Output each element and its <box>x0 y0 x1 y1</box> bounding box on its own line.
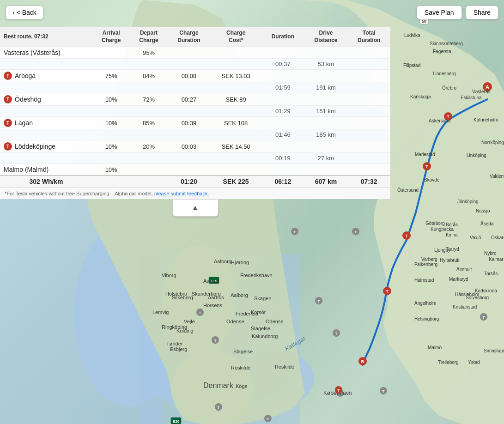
city-drive-distance <box>304 70 348 82</box>
svg-text:Markaryd: Markaryd <box>449 277 468 282</box>
arrival-charge: 10% <box>92 93 130 106</box>
drive-duration: 00:19 <box>261 153 304 164</box>
charge-duration: 00:03 <box>168 140 211 153</box>
table-row: Löddeköpinge 10% 20% 00:03 SEK 14.50 <box>0 140 390 153</box>
tesla-supercharger-icon <box>4 142 12 151</box>
collapse-button[interactable]: ▲ <box>172 199 219 217</box>
city-name: Malmo (Malmö) <box>4 166 49 173</box>
header-duration: Duration <box>261 27 304 47</box>
charge-duration: 00:27 <box>168 93 211 106</box>
svg-text:Halmstad: Halmstad <box>414 278 434 283</box>
city-drive-distance <box>304 117 348 129</box>
drive-distance: 191 km <box>304 82 348 93</box>
save-plan-button[interactable]: Save Plan <box>417 6 462 19</box>
svg-text:Ljungby: Ljungby <box>434 248 450 253</box>
drive-arrival <box>92 106 130 117</box>
svg-text:Fagersta: Fagersta <box>433 49 451 54</box>
header-arrival-charge: ArrivalCharge <box>92 27 130 47</box>
city-drive-distance <box>304 47 348 59</box>
header-charge-duration: ChargeDuration <box>168 27 211 47</box>
panel-subtitle: Best route, 07:32 <box>4 33 49 40</box>
drive-arrival <box>92 153 130 164</box>
totals-empty1 <box>92 176 130 188</box>
arrival-charge: 75% <box>92 70 130 82</box>
table-row: Arboga 75% 84% 00:08 SEK 13.03 <box>0 70 390 82</box>
svg-text:Viborg: Viborg <box>162 273 176 278</box>
city-name: Ödeshög <box>15 96 41 103</box>
city-total-duration <box>347 164 390 176</box>
city-name: Lagan <box>15 119 33 127</box>
city-cell: Arboga <box>0 70 92 82</box>
city-cell: Vasteras (Västerås) <box>0 47 92 59</box>
city-cell: Lagan <box>0 117 92 129</box>
svg-text:Lemvig: Lemvig <box>152 309 169 315</box>
drive-depart <box>130 106 167 117</box>
svg-text:Ringköbing: Ringköbing <box>162 324 187 330</box>
table-header-row: Best route, 07:32 ArrivalCharge DepartCh… <box>0 27 390 47</box>
svg-text:Frederikshavn: Frederikshavn <box>240 273 273 278</box>
drive-charge-cost <box>210 59 261 70</box>
drive-duration: 01:29 <box>261 106 304 117</box>
table-row: 01:59 191 km <box>0 82 390 93</box>
totals-efficiency: 302 Wh/km <box>0 176 92 188</box>
city-duration <box>261 117 304 129</box>
svg-text:Helsingborg: Helsingborg <box>414 316 439 321</box>
svg-text:Kinna: Kinna <box>446 232 458 237</box>
svg-text:Torsås: Torsås <box>484 271 498 276</box>
svg-text:Roskilde: Roskilde <box>275 364 294 369</box>
drive-arrival <box>92 129 130 140</box>
city-duration <box>261 93 304 106</box>
svg-text:Malmö: Malmö <box>428 345 442 350</box>
drive-city-cell <box>0 82 92 93</box>
table-row: 00:19 27 km <box>0 153 390 164</box>
totals-duration: 06:12 <box>261 176 304 188</box>
depart-charge: 84% <box>130 70 167 82</box>
drive-charge-duration <box>168 82 211 93</box>
footer-row: *For Tesla vehicles without free Superch… <box>0 188 390 199</box>
city-name: Arboga <box>15 72 36 79</box>
header-depart-charge: DepartCharge <box>130 27 167 47</box>
svg-text:Göteborg: Göteborg <box>425 221 445 226</box>
drive-depart <box>130 129 167 140</box>
svg-text:Slagelse: Slagelse <box>251 326 270 331</box>
svg-text:Valdemarsviken: Valdemarsviken <box>490 174 504 179</box>
svg-text:Vejle: Vejle <box>184 319 195 324</box>
table-row: Malmo (Malmö) 10% <box>0 164 390 176</box>
city-drive-distance <box>304 140 348 153</box>
city-total-duration <box>347 47 390 59</box>
table-row: 01:46 185 km <box>0 129 390 140</box>
svg-text:Aalborg: Aalborg <box>231 292 248 298</box>
share-button[interactable]: Share <box>466 6 498 19</box>
tesla-supercharger-icon <box>4 72 12 80</box>
svg-text:Norrköping: Norrköping <box>481 140 504 145</box>
city-drive-distance <box>304 164 348 176</box>
charge-cost: SEK 13.03 <box>210 70 261 82</box>
svg-text:Horsens: Horsens <box>203 303 222 308</box>
svg-text:Västerås: Västerås <box>472 89 490 94</box>
marker-sc-1: T <box>291 228 298 236</box>
footer-note: *For Tesla vehicles without free Superch… <box>5 191 109 196</box>
drive-distance: 53 km <box>304 59 348 70</box>
svg-text:Oskarshamn: Oskarshamn <box>491 235 504 240</box>
drive-charge-cost <box>210 129 261 140</box>
header-charge-cost: ChargeCost* <box>210 27 261 47</box>
svg-text:Lindesberg: Lindesberg <box>433 71 455 76</box>
charge-cost: SEK 89 <box>210 93 261 106</box>
charge-duration: 00:08 <box>168 70 211 82</box>
svg-text:Ludvika: Ludvika <box>404 33 420 38</box>
drive-charge-duration <box>168 153 211 164</box>
svg-text:Denmark: Denmark <box>203 382 234 389</box>
drive-duration: 01:46 <box>261 129 304 140</box>
svg-text:Sölvesborg: Sölvesborg <box>466 295 489 300</box>
svg-text:Kalundborg: Kalundborg <box>252 333 278 339</box>
city-duration <box>261 164 304 176</box>
drive-city-cell <box>0 59 92 70</box>
svg-text:Karlskoga: Karlskoga <box>410 94 431 99</box>
feedback-link[interactable]: please submit feedback. <box>154 191 209 196</box>
arrival-charge <box>92 47 130 59</box>
drive-distance: 27 km <box>304 153 348 164</box>
back-button[interactable]: ‹ < Back <box>6 6 43 19</box>
drive-depart <box>130 59 167 70</box>
svg-text:Kungbacka: Kungbacka <box>431 227 454 232</box>
depart-charge: 20% <box>130 140 167 153</box>
